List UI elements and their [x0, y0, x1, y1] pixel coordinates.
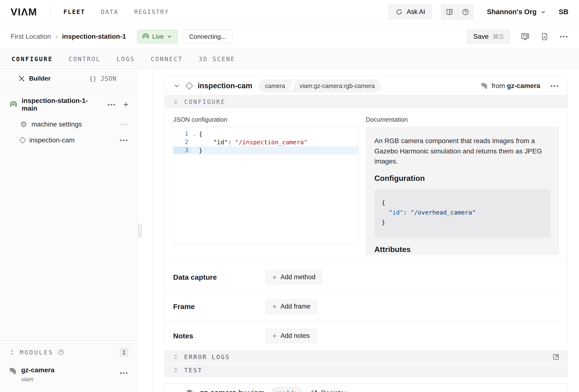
tab-connect[interactable]: CONNECT	[151, 56, 183, 63]
tab-control[interactable]: CONTROL	[69, 56, 100, 63]
component-tree: inspection-station-1-main ••• + ⚙ machin…	[0, 88, 137, 144]
open-logs-external-icon[interactable]	[552, 353, 560, 361]
component-card-header: inspection-cam camera viam:gz-camera:rgb…	[165, 77, 567, 95]
save-label: Save	[473, 33, 489, 40]
add-frame-button[interactable]: + Add frame	[266, 300, 317, 314]
doc-code-sample: { "id": "/overhead_camera" }	[374, 189, 550, 238]
component-name: inspection-cam	[198, 81, 252, 90]
viam-app: VIΛM FLEET DATA REGISTRY Ask AI	[0, 0, 579, 392]
docs-button[interactable]	[441, 5, 457, 19]
error-logs-section-bar[interactable]: ERROR LOGS	[165, 351, 567, 363]
mode-builder[interactable]: Builder	[0, 69, 69, 88]
viam-logo[interactable]: VIΛM	[10, 6, 37, 18]
test-label: TEST	[184, 367, 203, 374]
tab-logs[interactable]: LOGS	[117, 56, 135, 63]
nav-divider	[50, 6, 50, 17]
test-section-bar[interactable]: TEST	[165, 364, 567, 376]
json-config-editor[interactable]: 1 ⌄ { 2 "id": "/inspection_camera" 3	[173, 127, 359, 245]
modules-title: MODULES	[20, 349, 53, 356]
component-model: viam:gz-camera:rgb-camera	[294, 80, 381, 92]
add-component-button[interactable]: +	[123, 100, 128, 109]
mode-json-label: JSON	[100, 75, 117, 82]
tree-item-machine-settings[interactable]: ⚙ machine settings •••	[10, 120, 128, 128]
add-method-button[interactable]: + Add method	[266, 270, 322, 284]
machine-tabs: CONFIGURE CONTROL LOGS CONNECT 3D SCENE	[0, 49, 579, 69]
external-link-icon	[311, 390, 318, 392]
item-overflow-menu[interactable]: •••	[120, 137, 128, 143]
breadcrumb-location[interactable]: First Location	[10, 33, 51, 40]
component-diamond-icon	[185, 82, 193, 89]
collapse-card-chevron-icon[interactable]	[173, 389, 180, 392]
module-card-gz-camera: gz-camera by viam module Registry	[165, 383, 568, 392]
ask-ai-button[interactable]: Ask AI	[389, 5, 432, 19]
registry-link[interactable]: Registry	[311, 389, 346, 392]
doc-configuration-heading: Configuration	[374, 174, 550, 183]
json-config-label: JSON configuration	[173, 116, 359, 123]
tree-root-machine-part[interactable]: inspection-station-1-main ••• +	[10, 97, 128, 112]
data-capture-row: Data capture + Add method	[165, 262, 567, 292]
file-chart-icon	[541, 32, 549, 41]
module-icon	[9, 368, 16, 375]
source-module-name: gz-camera	[507, 82, 540, 89]
ask-ai-label: Ask AI	[407, 8, 425, 16]
connecting-button[interactable]: Connecting...	[183, 30, 232, 43]
component-overflow-menu[interactable]: •••	[550, 83, 559, 89]
machine-overflow-menu[interactable]: •••	[560, 33, 569, 40]
broadcast-icon	[142, 33, 149, 40]
breadcrumb-separator: ›	[55, 32, 58, 41]
org-switcher[interactable]: Shannon's Org	[487, 8, 546, 16]
help-icon-group	[441, 4, 473, 19]
doc-attributes-heading: Attributes	[374, 245, 550, 254]
config-sidebar: Builder {} JSON inspection	[0, 69, 137, 392]
documentation-panel: An RGB camera component that reads image…	[366, 127, 559, 255]
breadcrumb-machine-name: inspection-station-1	[62, 33, 126, 40]
editor-line-active: 3 }	[173, 146, 358, 155]
save-button[interactable]: Save ⌘S	[467, 30, 510, 44]
configure-section-bar[interactable]: CONFIGURE	[165, 95, 567, 108]
question-circle-icon	[462, 8, 469, 16]
help-button[interactable]	[457, 5, 473, 19]
ask-ai-sparkle-icon	[396, 8, 403, 16]
add-notes-button[interactable]: + Add notes	[266, 329, 316, 343]
machine-status-dropdown[interactable]: Live	[137, 30, 177, 43]
collapse-section-icon	[9, 349, 15, 355]
tree-item-inspection-cam[interactable]: inspection-cam •••	[10, 136, 128, 144]
frame-label: Frame	[173, 303, 266, 311]
save-shortcut: ⌘S	[493, 33, 504, 41]
org-name: Shannon's Org	[487, 8, 537, 16]
collapse-card-chevron-icon[interactable]	[173, 82, 180, 89]
log-test-sections: ERROR LOGS TEST	[165, 350, 567, 376]
tab-3d-scene[interactable]: 3D SCENE	[199, 56, 235, 63]
book-icon	[445, 8, 453, 16]
module-org: viam	[21, 376, 55, 383]
remote-display-button[interactable]	[521, 32, 529, 41]
fold-chevron-icon[interactable]: ⌄	[191, 131, 199, 137]
tools-icon	[18, 75, 25, 82]
nav-item-registry[interactable]: REGISTRY	[134, 8, 169, 15]
machine-header: First Location › inspection-station-1 Li…	[0, 24, 579, 49]
nav-item-data[interactable]: DATA	[101, 8, 118, 15]
config-main-panel: inspection-cam camera viam:gz-camera:rgb…	[152, 69, 579, 392]
top-nav: VIΛM FLEET DATA REGISTRY Ask AI	[0, 0, 579, 24]
part-overflow-menu[interactable]: •••	[107, 101, 116, 108]
sidebar-drag-handle[interactable]	[139, 224, 142, 238]
module-overflow-menu[interactable]: •••	[120, 370, 128, 376]
module-name: gz-camera	[21, 367, 55, 374]
module-list-item[interactable]: gz-camera viam •••	[9, 367, 128, 383]
module-icon	[187, 389, 194, 392]
notes-label: Notes	[173, 332, 266, 340]
broadcast-icon	[10, 101, 17, 108]
modules-count-badge: 1	[120, 348, 128, 357]
tab-configure[interactable]: CONFIGURE	[11, 56, 53, 63]
plus-icon: +	[272, 303, 277, 310]
item-overflow-menu[interactable]: •••	[120, 121, 128, 127]
data-capture-label: Data capture	[173, 273, 266, 281]
avatar[interactable]: SB	[559, 8, 569, 16]
modules-header[interactable]: MODULES 1	[9, 348, 128, 357]
nav-item-fleet[interactable]: FLEET	[64, 8, 85, 15]
mode-json[interactable]: {} JSON	[69, 69, 137, 88]
editor-line: 1 ⌄ {	[173, 130, 358, 138]
logs-file-button[interactable]	[541, 32, 549, 41]
machine-part-name: inspection-station-1-main	[22, 97, 103, 112]
chevron-down-icon	[540, 9, 546, 15]
